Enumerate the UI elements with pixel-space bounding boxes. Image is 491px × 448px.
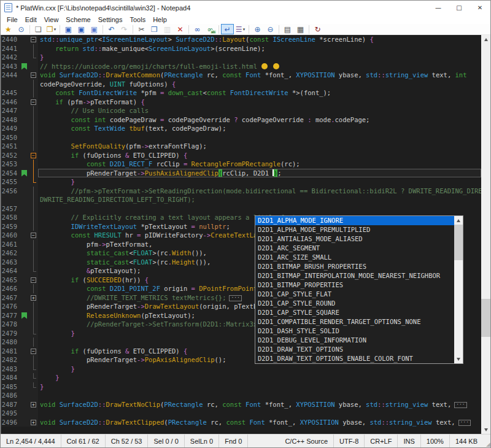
fold-margin[interactable]: −: [29, 151, 38, 160]
autocomplete-item[interactable]: D2D1_ANTIALIAS_MODE_ALIASED: [255, 234, 454, 244]
bookmark-margin[interactable]: [20, 71, 29, 80]
line-number[interactable]: 2442: [1, 53, 20, 62]
code-line[interactable]: 2456//pfm->pTextFormat->SetReadingDirect…: [1, 187, 481, 196]
bookmark-margin[interactable]: [20, 347, 29, 356]
autocomplete-item[interactable]: D2D1_CAP_STYLE_FLAT: [255, 290, 454, 299]
fold-margin[interactable]: [29, 382, 38, 392]
fold-margin[interactable]: [29, 177, 38, 187]
fold-margin[interactable]: [29, 62, 38, 71]
fold-margin[interactable]: [29, 320, 38, 329]
code-text[interactable]: void SurfaceD2D::DrawTextClipped(PRectan…: [38, 418, 481, 427]
menu-settings[interactable]: Settings: [95, 16, 126, 23]
view-lines-button[interactable]: ▤: [281, 24, 294, 34]
line-number[interactable]: 2467: [1, 293, 20, 303]
fold-margin[interactable]: [29, 169, 38, 178]
code-text[interactable]: }: [38, 373, 481, 382]
code-line[interactable]: 2441return std::make_unique<ScreenLineLa…: [1, 44, 481, 53]
bookmark-margin[interactable]: [20, 240, 29, 249]
fold-margin[interactable]: [29, 222, 38, 231]
code-line[interactable]: 2495: [1, 409, 481, 418]
code-text[interactable]: }: [38, 365, 481, 374]
autocomplete-item[interactable]: D2D1_DASH_STYLE_SOLID: [255, 326, 454, 336]
bookmark-margin[interactable]: [20, 62, 29, 71]
paste-button[interactable]: ▥: [161, 24, 174, 34]
code-line[interactable]: 2455}: [1, 177, 481, 187]
code-text[interactable]: DWRITE_READING_DIRECTION_LEFT_TO_RIGHT);: [38, 195, 481, 204]
fold-margin[interactable]: [29, 115, 38, 125]
undo-button[interactable]: ↶: [105, 24, 118, 34]
bookmark-margin[interactable]: [20, 142, 29, 151]
bookmark-margin[interactable]: [20, 320, 29, 329]
line-number[interactable]: 2477: [1, 311, 20, 320]
line-number[interactable]: 2464: [1, 266, 20, 276]
code-line[interactable]: 2450: [1, 133, 481, 142]
line-number[interactable]: 2465: [1, 276, 20, 285]
fold-margin[interactable]: [29, 365, 38, 374]
line-number[interactable]: 2443: [1, 62, 20, 71]
bookmark-margin[interactable]: [20, 329, 29, 338]
code-line[interactable]: 2454pRenderTarget->PushAxisAlignedClip(r…: [1, 169, 481, 178]
fold-margin[interactable]: [29, 391, 38, 400]
code-text[interactable]: [38, 391, 481, 400]
line-number[interactable]: 2455: [1, 177, 20, 187]
fold-margin[interactable]: [29, 249, 38, 258]
title-bar[interactable]: * PlatWin.cxx [F:\Libs\notepad4\scintill…: [1, 1, 490, 15]
fold-margin[interactable]: −: [29, 276, 38, 285]
status-selection[interactable]: Sel 0 / 0: [148, 434, 184, 447]
status-scheme[interactable]: C/C++ Source: [279, 434, 334, 447]
fold-expand-icon[interactable]: +: [31, 420, 36, 425]
code-text[interactable]: const TextWide tbuf(text, codePageDraw);: [38, 124, 481, 133]
fold-margin[interactable]: [29, 240, 38, 249]
bookmark-margin[interactable]: [20, 231, 29, 240]
fold-margin[interactable]: [29, 284, 38, 293]
fold-collapse-icon[interactable]: −: [31, 37, 36, 42]
fold-margin[interactable]: +: [29, 293, 38, 303]
fold-margin[interactable]: [29, 53, 38, 62]
line-number[interactable]: 2484: [1, 373, 20, 382]
code-text[interactable]: }: [38, 53, 481, 62]
line-number[interactable]: 2463: [1, 258, 20, 267]
cut-button[interactable]: ✂: [135, 24, 148, 34]
status-find-count[interactable]: Fnd 0: [219, 434, 248, 447]
fold-margin[interactable]: +: [29, 400, 38, 409]
line-number[interactable]: 2450: [1, 133, 20, 142]
bookmark-margin[interactable]: [20, 80, 29, 89]
code-text[interactable]: [38, 204, 481, 214]
line-number[interactable]: 2445: [1, 88, 20, 98]
line-number[interactable]: 2486: [1, 391, 20, 400]
fold-margin[interactable]: [29, 213, 38, 222]
code-editor[interactable]: 2440−std::unique_ptr<IScreenLineLayout> …: [1, 35, 490, 434]
code-line[interactable]: 2445const FontDirectWrite *pfm = down_ca…: [1, 88, 481, 98]
scheme-config-button[interactable]: ☰▾: [234, 24, 247, 34]
bookmark-margin[interactable]: [20, 365, 29, 374]
code-line[interactable]: 2485}: [1, 382, 481, 392]
status-file-size[interactable]: 144 KB: [450, 434, 483, 447]
autocomplete-scroll-thumb[interactable]: [454, 225, 463, 260]
status-column[interactable]: Col 61 / 62: [61, 434, 106, 447]
fold-expand-icon[interactable]: +: [31, 402, 36, 407]
copy-button[interactable]: ❒: [148, 24, 161, 34]
fold-margin[interactable]: [29, 373, 38, 382]
view-panel-button[interactable]: ▦: [294, 24, 307, 34]
bookmark-margin[interactable]: [20, 44, 29, 53]
autocomplete-scroll-up-icon[interactable]: [454, 216, 463, 225]
bookmark-margin[interactable]: [20, 115, 29, 125]
bookmark-margin[interactable]: [20, 222, 29, 231]
code-line[interactable]: 2452−if (fuOptions & ETO_CLIPPED) {: [1, 151, 481, 160]
bookmark-margin[interactable]: [20, 293, 29, 303]
bookmark-margin[interactable]: [20, 195, 29, 204]
save-as-button[interactable]: ▣: [75, 24, 88, 34]
line-number[interactable]: 2440: [1, 35, 20, 44]
code-line[interactable]: DWRITE_READING_DIRECTION_LEFT_TO_RIGHT);: [1, 195, 481, 204]
code-line[interactable]: 2446−if (pfm->pTextFormat) {: [1, 98, 481, 107]
line-number[interactable]: 2451: [1, 142, 20, 151]
bookmark-margin[interactable]: [20, 98, 29, 107]
bookmark-margin[interactable]: [20, 258, 29, 267]
autocomplete-item[interactable]: D2D1_DRAW_TEXT_OPTIONS: [255, 345, 454, 354]
autocomplete-item[interactable]: D2D1_DEBUG_LEVEL_INFORMATION: [255, 336, 454, 345]
maximize-button[interactable]: □: [449, 1, 470, 15]
code-text[interactable]: if (pfm->pTextFormat) {: [38, 98, 481, 107]
code-line[interactable]: 2487+void SurfaceD2D::DrawTextNoClip(PRe…: [1, 400, 481, 409]
menu-help[interactable]: Help: [149, 16, 171, 23]
browse-files-button[interactable]: ⊙: [15, 24, 28, 34]
